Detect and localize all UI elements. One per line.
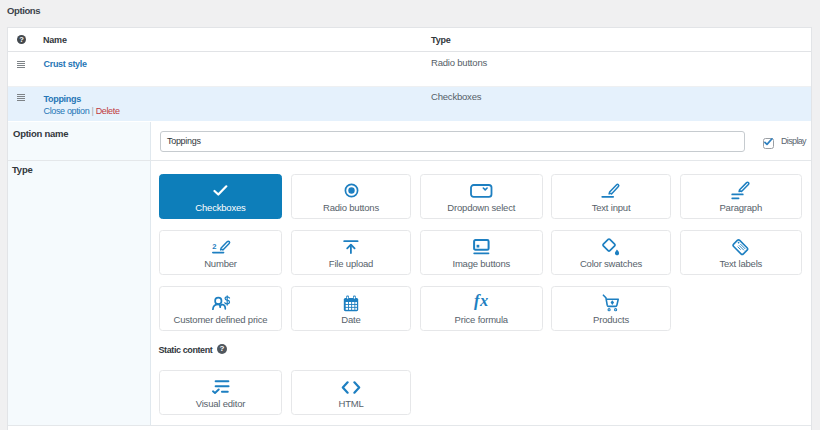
svg-text:2: 2 (212, 242, 216, 251)
